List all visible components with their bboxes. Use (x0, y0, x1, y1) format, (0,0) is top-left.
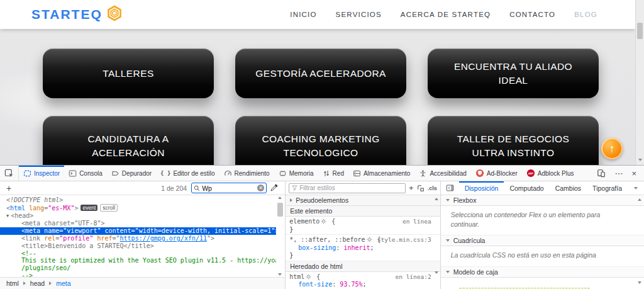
chevron-down-icon[interactable] (629, 181, 643, 195)
layout-sidebar-panel: DisposiciónComputadoCambiosTipografía Fl… (441, 181, 644, 289)
sidebar-tab-tipografia[interactable]: Tipografía (587, 181, 628, 195)
sidebar-tab-cambios[interactable]: Cambios (550, 181, 587, 195)
css-declaration[interactable]: font-size: 93.75%; (286, 281, 440, 289)
cta-button-encuentra-tu-aliado-ideal[interactable]: ENCUENTRA TU ALIADO IDEAL (428, 48, 599, 98)
property-value[interactable]: 93.75% (340, 281, 362, 288)
scroll-down-arrow-icon[interactable] (435, 271, 438, 274)
devtools-tab-accesibilidad[interactable]: Accesibilidad (414, 166, 470, 181)
nav-item-acerca-de-starteq[interactable]: ACERCA DE STARTEQ (401, 11, 491, 18)
close-icon[interactable]: × (628, 169, 640, 178)
rules-section-pseudoelementos[interactable]: Pseudoelementos (286, 195, 440, 206)
rule-source-link[interactable]: style.min.css:3 (377, 236, 431, 244)
sidebar-toggle-icon[interactable] (442, 181, 458, 195)
pick-element-icon[interactable] (0, 166, 19, 181)
nav-item-servicios[interactable]: SERVICIOS (336, 11, 382, 18)
cta-button-coaching-marketing-tecnologico[interactable]: COACHING MARKETING TECNOLOGICO (235, 116, 406, 165)
markup-scrollbar[interactable] (277, 196, 284, 276)
markup-scrollbar-thumb[interactable] (277, 203, 283, 217)
rule-selector-line[interactable]: *, ::after, ::before {style.min.css:3 (286, 236, 440, 244)
css-declaration[interactable]: box-sizing: inherit; (286, 244, 440, 252)
pseudo-class-panel-icon[interactable] (417, 184, 425, 192)
page-scrollbar[interactable] (635, 0, 644, 165)
rule-selector-line[interactable]: html {en línea:2 (286, 273, 440, 281)
html-tree-node[interactable]: <meta name="viewport" content="width=dev… (0, 227, 276, 235)
devtools-tab-editor-de-estilo[interactable]: { }Editor de estilo (156, 166, 219, 181)
property-name[interactable]: font-size (298, 281, 332, 288)
rule-selector-line[interactable]: elemento {en línea (286, 218, 440, 226)
grid-note: La cuadrícula CSS no está en uso en esta… (441, 246, 644, 266)
devtools-tab-red[interactable]: Red (318, 166, 348, 181)
add-rule-button[interactable]: + (409, 183, 414, 193)
scroll-up-arrow-icon[interactable] (278, 196, 282, 199)
scroll-down-arrow-icon[interactable] (638, 159, 642, 161)
scroll-up-arrow-icon[interactable] (435, 198, 438, 200)
cta-label: TALLER DE NEGOCIOS ULTRA INSTINTO (444, 132, 582, 159)
sidebar-tab-computado[interactable]: Computado (504, 181, 549, 195)
html-tree-node[interactable]: /plugins/seo/ (0, 264, 276, 272)
html-tree-node[interactable]: --> (0, 272, 276, 277)
property-value[interactable]: inherit (343, 244, 370, 251)
html-tree-node[interactable]: <html lang="es-MX">eventscroll (0, 204, 276, 212)
back-to-top-button[interactable]: ↑ (601, 138, 623, 159)
rule-source-link[interactable]: en línea (402, 218, 431, 226)
tab-label: Adblock Plus (538, 170, 574, 177)
grid-section-header[interactable]: Cuadrícula (441, 235, 644, 246)
html-tree-node[interactable]: <meta charset="UTF-8"> (0, 220, 276, 227)
devtools-tab-adblock-plus[interactable]: ABPAdblock Plus (522, 166, 579, 181)
devtools-tab-memoria[interactable]: Memoria (274, 166, 318, 181)
page-scrollbar-thumb[interactable] (637, 23, 643, 39)
cta-button-gestoria-aceleradora[interactable]: GESTORÍA ACELERADORA (235, 48, 406, 98)
twisty-icon[interactable]: ▼ (6, 213, 9, 218)
devtools-tab-inspector[interactable]: Inspector (19, 166, 64, 181)
html-tree-node[interactable]: <!-- (0, 250, 276, 258)
scroll-down-arrow-icon[interactable] (278, 273, 282, 276)
devtools-tab-ad-blocker[interactable]: Ad-Blocker (471, 166, 522, 181)
breadcrumb-item-meta[interactable]: meta (56, 280, 70, 287)
toggle-classes-button[interactable]: .cls (428, 185, 437, 191)
badge-scroll[interactable]: scroll (100, 204, 118, 212)
eyedropper-icon[interactable] (267, 184, 281, 192)
add-node-button[interactable]: + (4, 184, 14, 193)
rule-selector[interactable]: html (289, 273, 304, 280)
devtools-tab-almacenamiento[interactable]: Almacenamiento (348, 166, 414, 181)
clear-search-icon[interactable]: ✕ (257, 184, 264, 191)
cta-button-taller-de-negocios-ultra-instinto[interactable]: TALLER DE NEGOCIOS ULTRA INSTINTO (428, 116, 599, 165)
filter-styles-input[interactable] (299, 184, 402, 191)
markup-search-input[interactable] (202, 184, 255, 192)
devtools-tab-depurador[interactable]: Depurador (107, 166, 156, 181)
rule-source-link[interactable]: en línea:2 (395, 273, 431, 281)
html-tree-node[interactable]: <link rel="profile" href="https://gmpg.o… (0, 235, 276, 242)
breadcrumb-item-head[interactable]: head (30, 280, 45, 287)
rule-selector[interactable]: elemento (289, 218, 319, 225)
code-token: <!DOCTYPE html> (6, 196, 63, 203)
responsive-mode-icon[interactable] (593, 169, 609, 178)
gear-icon (321, 218, 326, 224)
css-rule: html {en línea:2font-size: 93.75%;} (286, 272, 440, 289)
devtools-tab-rendimiento[interactable]: Rendimiento (219, 166, 274, 181)
nav-item-blog[interactable]: BLOG (574, 11, 597, 18)
nav-item-inicio[interactable]: INICIO (290, 11, 316, 18)
devtools-tab-consola[interactable]: Consola (64, 166, 107, 181)
section-label: Este elemento (290, 207, 332, 215)
scroll-down-arrow-icon[interactable] (638, 281, 641, 284)
scroll-up-arrow-icon[interactable] (638, 198, 641, 201)
site-logo[interactable]: STARTEQ (31, 5, 123, 24)
overflow-menu-icon[interactable]: ⋯ (611, 169, 626, 178)
rule-selector[interactable]: *, ::after, ::before (289, 236, 365, 243)
sidebar-tabbar: DisposiciónComputadoCambiosTipografía (441, 181, 644, 195)
flexbox-section-header[interactable]: Flexbox (441, 195, 644, 206)
sidebar-tab-disposicion[interactable]: Disposición (459, 181, 504, 195)
inspector-markup-panel: + 1 de 204 ✕ <!DOCTYPE html><html lang="… (0, 181, 286, 289)
cta-button-talleres[interactable]: TALLERES (43, 48, 214, 98)
html-tree-node[interactable]: <!DOCTYPE html> (0, 196, 276, 204)
html-tree-node[interactable]: This site is optimized with the Yoast SE… (0, 257, 276, 264)
nav-item-contacto[interactable]: CONTACTO (509, 11, 555, 18)
badge-event[interactable]: event (80, 205, 97, 211)
boxmodel-section-header[interactable]: Modelo de caja (441, 267, 644, 278)
html-tree-node[interactable]: <title>Bienvenido a STARTEQ</title> (0, 242, 276, 250)
cta-button-candidatura-a-aceleracion[interactable]: CANDIDATURA A ACELERACIÓN (43, 116, 214, 165)
breadcrumb: htmlheadmeta (0, 277, 285, 289)
breadcrumb-item-html[interactable]: html (6, 280, 19, 287)
property-name[interactable]: box-sizing (298, 244, 336, 251)
html-tree-node[interactable]: ▼<head> (0, 212, 276, 220)
